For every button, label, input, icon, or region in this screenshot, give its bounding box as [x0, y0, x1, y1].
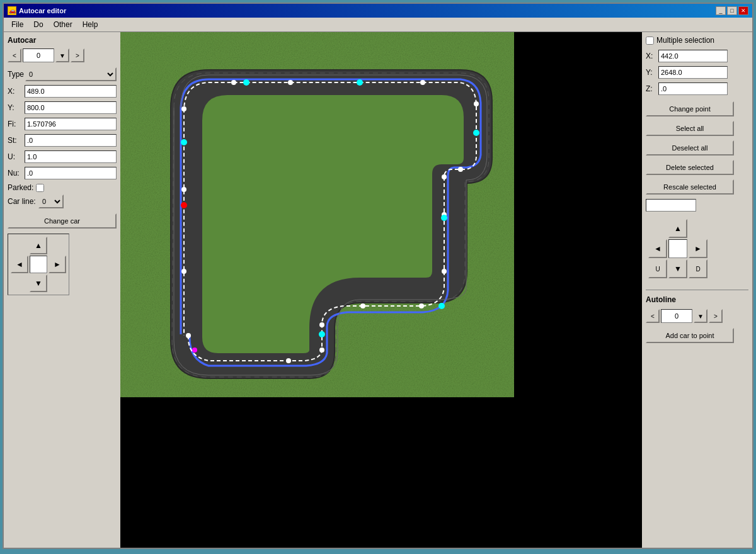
deselect-all-button[interactable]: Deselect all — [646, 140, 734, 155]
svg-point-26 — [181, 139, 187, 145]
autoline-spinner: < ▼ > — [646, 309, 748, 323]
parked-label: Parked: — [8, 183, 33, 192]
delete-selected-button[interactable]: Delete selected — [646, 160, 734, 175]
carline-select[interactable]: 0 — [38, 195, 64, 208]
right-nav-upleft-button[interactable]: U — [648, 259, 667, 278]
menu-do[interactable]: Do — [28, 19, 48, 30]
right-z-label: Z: — [646, 84, 658, 93]
type-select[interactable]: 0 — [25, 67, 117, 81]
st-label: St: — [8, 136, 25, 145]
parked-row: Parked: — [8, 183, 117, 192]
u-row: U: — [8, 150, 117, 163]
minimize-button[interactable]: _ — [716, 6, 726, 15]
type-row: Type 0 — [8, 67, 117, 81]
svg-point-29 — [192, 348, 197, 353]
right-y-label: Y: — [646, 68, 658, 77]
st-input[interactable] — [25, 134, 117, 147]
add-car-to-point-button[interactable]: Add car to point — [646, 328, 734, 343]
svg-point-12 — [474, 101, 479, 106]
svg-point-25 — [243, 79, 249, 86]
autoline-spin-right-button[interactable]: > — [709, 309, 723, 323]
svg-point-9 — [442, 174, 447, 179]
svg-point-20 — [186, 333, 191, 338]
right-nav-up-button[interactable]: ▲ — [668, 219, 687, 238]
svg-point-3 — [319, 348, 324, 353]
change-point-button[interactable]: Change point — [646, 101, 734, 116]
type-label: Type — [8, 70, 25, 79]
track-canvas[interactable] — [120, 32, 514, 397]
menu-help[interactable]: Help — [77, 19, 103, 30]
right-nav-downright-button[interactable]: D — [689, 259, 707, 278]
svg-point-2 — [286, 358, 291, 363]
multiple-selection-label: Multiple selection — [656, 36, 714, 45]
svg-point-10 — [458, 167, 463, 172]
left-panel: Autocar < ▼ > Type 0 X: Y — [4, 32, 120, 548]
right-nav-down-button[interactable]: ▼ — [668, 259, 687, 278]
nu-input[interactable] — [25, 167, 117, 179]
right-z-input[interactable] — [658, 82, 728, 95]
rescale-selected-button[interactable]: Rescale selected — [646, 179, 734, 195]
nu-row: Nu: — [8, 167, 117, 179]
right-panel: Multiple selection X: Y: Z: Change point… — [642, 32, 752, 548]
right-nav-left-button[interactable]: ◄ — [648, 239, 667, 258]
maximize-button[interactable]: □ — [727, 6, 737, 15]
rescale-value-input[interactable] — [646, 199, 696, 212]
svg-point-13 — [420, 80, 425, 85]
right-y-row: Y: — [646, 66, 748, 79]
titlebar: 🚗 Autocar editor _ □ ✕ — [4, 4, 752, 18]
spin-left-button[interactable]: < — [8, 48, 21, 62]
fi-input[interactable] — [25, 118, 117, 130]
menu-file[interactable]: File — [6, 19, 28, 30]
u-label: U: — [8, 152, 25, 161]
right-x-label: X: — [646, 52, 658, 60]
svg-point-18 — [181, 187, 186, 192]
spin-input[interactable] — [23, 48, 54, 62]
autoline-spin-left-button[interactable]: < — [646, 309, 660, 323]
window-title: Autocar editor — [19, 7, 66, 14]
nav-right-button[interactable]: ► — [49, 256, 66, 273]
svg-point-7 — [442, 269, 447, 274]
nav-left-button[interactable]: ◄ — [11, 256, 28, 273]
svg-point-19 — [181, 269, 186, 274]
y-label: Y: — [8, 103, 25, 112]
nu-label: Nu: — [8, 169, 25, 178]
svg-point-4 — [319, 322, 324, 327]
right-nav-right-button[interactable]: ► — [689, 239, 707, 258]
spin-right-button[interactable]: > — [71, 48, 84, 62]
close-button[interactable]: ✕ — [738, 6, 748, 15]
autocar-spinner: < ▼ > — [8, 48, 117, 62]
carline-row: Car line: 0 — [8, 195, 117, 208]
select-all-button[interactable]: Select all — [646, 121, 734, 136]
svg-point-16 — [231, 80, 236, 85]
nav-pad: ▲ ◄ ► ▼ — [8, 234, 69, 295]
carline-label: Car line: — [8, 197, 36, 206]
parked-checkbox[interactable] — [36, 184, 44, 192]
autoline-label: Autoline — [646, 295, 748, 304]
fi-label: Fi: — [8, 120, 25, 128]
u-input[interactable] — [25, 150, 117, 163]
right-y-input[interactable] — [658, 66, 728, 79]
multiple-selection-checkbox[interactable] — [646, 37, 654, 45]
svg-point-17 — [181, 106, 186, 111]
svg-point-15 — [288, 80, 293, 85]
x-label: X: — [8, 87, 25, 96]
svg-point-6 — [419, 303, 424, 308]
right-x-input[interactable] — [658, 50, 728, 62]
svg-point-21 — [438, 303, 445, 309]
y-input[interactable] — [25, 101, 117, 114]
right-nav-pad: ▲ ◄ ► U ▼ D — [646, 217, 710, 281]
x-input[interactable] — [25, 85, 117, 98]
svg-point-5 — [360, 303, 365, 308]
menu-other[interactable]: Other — [49, 19, 77, 30]
st-row: St: — [8, 134, 117, 147]
menubar: File Do Other Help — [4, 18, 752, 32]
nav-down-button[interactable]: ▼ — [30, 274, 47, 292]
svg-point-28 — [181, 202, 187, 208]
autoline-spin-dropdown-button[interactable]: ▼ — [694, 309, 707, 323]
autocar-label: Autocar — [8, 36, 117, 45]
autoline-spin-input[interactable] — [661, 309, 692, 323]
spin-dropdown-button[interactable]: ▼ — [55, 48, 69, 62]
right-x-row: X: — [646, 50, 748, 62]
nav-up-button[interactable]: ▲ — [30, 237, 47, 254]
change-car-button[interactable]: Change car — [8, 213, 117, 229]
